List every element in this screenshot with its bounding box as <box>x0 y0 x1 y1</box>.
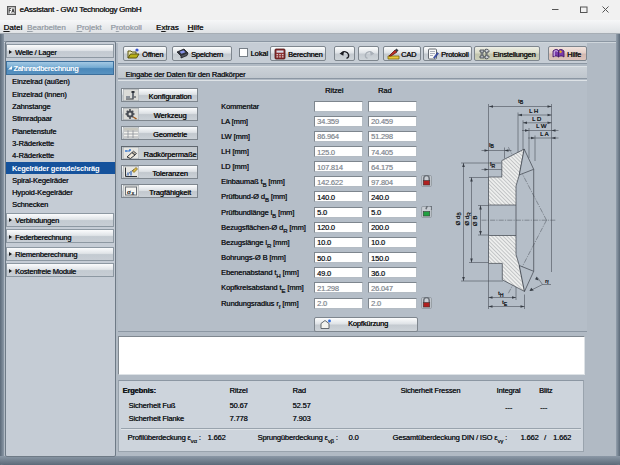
svg-text:L A: L A <box>540 131 548 137</box>
svg-text:Ø B: Ø B <box>472 216 478 226</box>
svg-text:lB: lB <box>489 142 494 150</box>
svg-text:tH: tH <box>498 290 504 298</box>
svg-text:lR: lR <box>490 161 495 169</box>
svg-text:L W: L W <box>536 123 547 129</box>
svg-text:tB: tB <box>518 98 524 106</box>
svg-text:Ø dR: Ø dR <box>464 212 472 226</box>
svg-text:tE: tE <box>502 299 508 307</box>
svg-text:L D: L D <box>532 116 542 122</box>
svg-text:rf: rf <box>545 278 549 286</box>
svg-text:L H: L H <box>529 108 538 114</box>
svg-text:Ø dB: Ø dB <box>455 212 463 226</box>
